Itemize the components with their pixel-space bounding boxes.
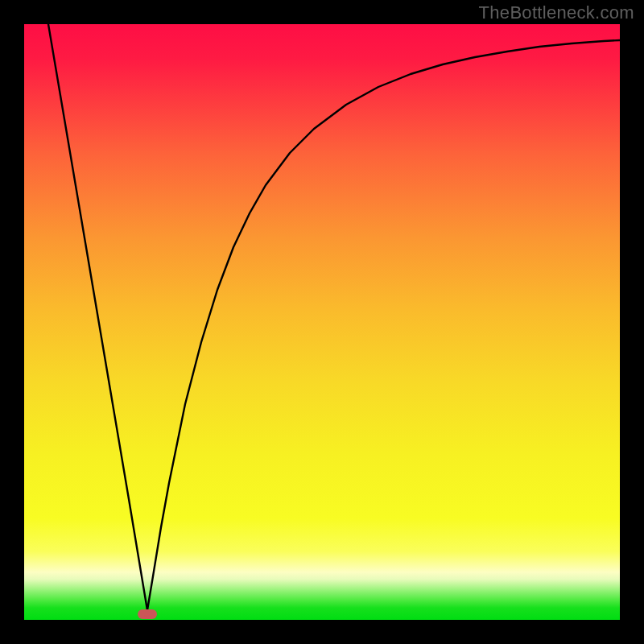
plot-area (24, 24, 620, 620)
chart-frame: TheBottleneck.com (0, 0, 644, 644)
min-point-marker (138, 609, 157, 619)
curve-layer (24, 24, 620, 620)
watermark-text: TheBottleneck.com (479, 2, 634, 23)
bottleneck-curve-path (48, 24, 620, 610)
